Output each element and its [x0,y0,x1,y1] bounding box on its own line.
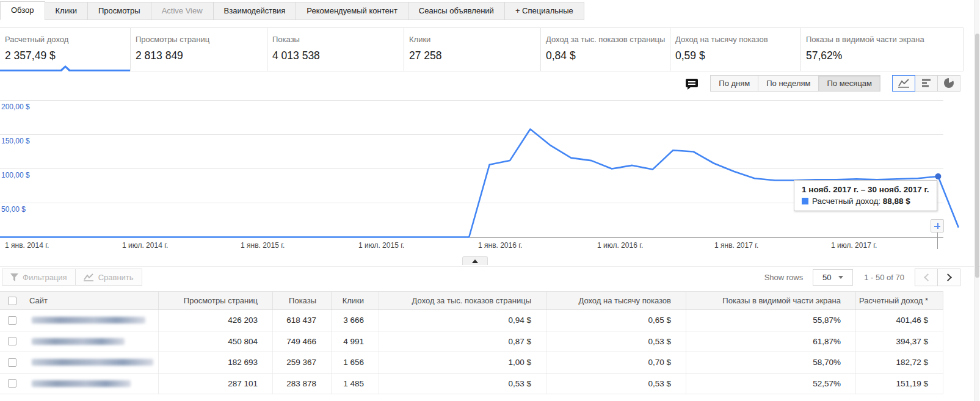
column-header[interactable]: Просмотры страниц [159,292,273,309]
column-header[interactable]: Показы в видимой части экрана [686,292,856,309]
x-axis-tick-label: 1 янв. 2017 г. [714,241,758,250]
metric-card-impression-rpm[interactable]: Доход на тысячу показов0,59 $ [670,28,801,71]
site-name-redacted[interactable] [32,380,131,387]
table-cell: 618 437 [273,310,332,331]
tab-active-view[interactable]: Active View [151,2,214,20]
row-checkbox[interactable] [8,358,16,367]
header-checkbox-cell [0,292,24,309]
column-header[interactable]: Показы [273,292,332,309]
metric-card-value: 2 357,49 $ [5,49,125,62]
revenue-chart[interactable]: 200,00 $150,00 $100,00 $50,00 $ 1 янв. 2… [0,95,965,250]
metric-card-value: 0,59 $ [675,49,796,62]
chart-toolbar: По днямПо неделямПо месяцам [0,74,980,92]
tab-bar: ОбзорКликиПросмотрыActive ViewВзаимодейс… [0,0,980,20]
comment-button[interactable] [683,76,701,90]
pagination-range-label: 1 - 50 of 70 [864,273,904,282]
tooltip-series-label: Расчетный доход: [812,197,880,206]
line-chart-icon [898,78,910,88]
tab-views[interactable]: Просмотры [87,2,151,20]
metric-card-label: Доход на тысячу показов [675,35,796,44]
metric-card-clicks[interactable]: Клики27 258 [404,28,541,71]
table-cell: 0,87 $ [379,331,546,352]
row-checkbox-cell [0,374,24,394]
table-cell: 151,19 $ [856,374,943,394]
column-header[interactable]: Доход на тысячу показов [546,292,686,309]
speech-bubble-icon [686,79,698,87]
scrollbar[interactable] [974,0,979,401]
site-name-redacted[interactable] [32,317,145,323]
metric-card-page-views[interactable]: Просмотры страниц2 813 849 [131,28,267,71]
chart-table-divider [0,250,980,267]
row-checkbox[interactable] [8,379,16,388]
chart-canvas [0,95,965,250]
site-cell[interactable] [24,310,159,331]
prev-page-button[interactable] [915,269,938,286]
site-cell[interactable] [24,352,159,373]
site-cell[interactable] [24,331,159,352]
chart-type-group [893,75,960,92]
site-name-redacted[interactable] [32,338,125,345]
show-rows-label: Show rows [764,273,804,282]
tooltip-date-range: 1 нояб. 2017 г. – 30 нояб. 2017 г. [802,185,929,194]
bar-chart-button[interactable] [915,75,938,92]
row-checkbox[interactable] [8,337,16,345]
table-cell: 0,53 $ [546,331,686,352]
table-cell: 4 991 [332,331,379,352]
zoom-plus-icon[interactable] [931,219,944,233]
table-cell: 1 485 [332,374,379,394]
metric-card-label: Просмотры страниц [136,35,262,44]
period-button-by-week[interactable]: По неделям [758,75,819,92]
metric-card-viewability[interactable]: Показы в видимой части экрана57,62% [801,28,964,71]
metric-card-value: 27 258 [409,49,535,62]
period-button-by-month[interactable]: По месяцам [818,75,880,92]
tab-clicks[interactable]: Клики [45,2,88,20]
metric-card-label: Клики [409,35,535,44]
metric-card-estimated-revenue[interactable]: Расчетный доход2 357,49 $ [0,28,131,71]
tab-overview[interactable]: Обзор [0,1,45,20]
column-header[interactable]: Расчетный доход * [856,292,943,309]
table-cell: 283 878 [273,374,332,394]
table-row: 287 101283 8781 4850,53 $0,53 $52,57%151… [0,374,943,395]
scrollbar-thumb[interactable] [975,34,979,278]
bar-chart-icon [921,78,932,88]
line-chart-button[interactable] [892,75,915,92]
site-name-redacted[interactable] [32,359,153,366]
tab-ad-sessions[interactable]: Сеансы объявлений [408,2,505,20]
y-axis-tick-label: 100,00 $ [1,171,30,179]
table-cell: 401,46 $ [856,310,943,331]
metric-card-page-rpm[interactable]: Доход за тыс. показов страницы0,84 $ [541,28,670,71]
row-checkbox[interactable] [8,316,16,325]
rows-per-page-select[interactable]: 50 [813,269,853,286]
table-cell: 259 367 [273,352,332,373]
table-cell: 1 656 [332,352,379,373]
x-axis-tick-label: 1 янв. 2015 г. [241,241,285,250]
y-axis-tick-label: 50,00 $ [1,205,26,214]
table-row: 450 804749 4664 9910,87 $0,53 $61,87%394… [0,331,943,353]
pie-chart-button[interactable] [937,75,960,92]
next-page-button[interactable] [937,269,960,286]
selected-card-caret-icon [60,65,71,70]
table-body: 426 203618 4373 6660,94 $0,65 $55,87%401… [0,310,943,394]
collapse-chart-button[interactable] [462,256,488,265]
tab-interactions[interactable]: Взаимодействия [213,2,297,20]
select-all-checkbox[interactable] [8,297,16,305]
tab-custom[interactable]: + Специальные [504,2,584,20]
column-header[interactable]: Клики [332,292,379,309]
column-header[interactable]: Доход за тыс. показов страницы [379,292,546,309]
x-axis-tick-label: 1 янв. 2016 г. [478,241,522,250]
metric-card-impressions[interactable]: Показы4 013 538 [267,28,404,71]
table-cell: 450 804 [159,331,273,352]
compare-chart-icon [84,273,94,281]
compare-button[interactable]: Сравнить [75,269,142,286]
compare-button-label: Сравнить [98,273,134,282]
table-cell: 0,94 $ [379,310,546,331]
x-axis-tick-label: 1 июл. 2017 г. [831,241,877,250]
table-header-row: СайтПросмотры страницПоказыКликиДоход за… [0,291,943,310]
table-cell: 426 203 [159,310,273,331]
filter-button[interactable]: Фильтрация [2,269,76,286]
metric-card-value: 0,84 $ [546,49,665,62]
site-cell[interactable] [24,374,159,394]
period-button-by-day[interactable]: По дням [710,75,758,92]
tab-recommended-content[interactable]: Рекомендуемый контент [296,2,408,20]
column-header[interactable]: Сайт [24,292,159,309]
